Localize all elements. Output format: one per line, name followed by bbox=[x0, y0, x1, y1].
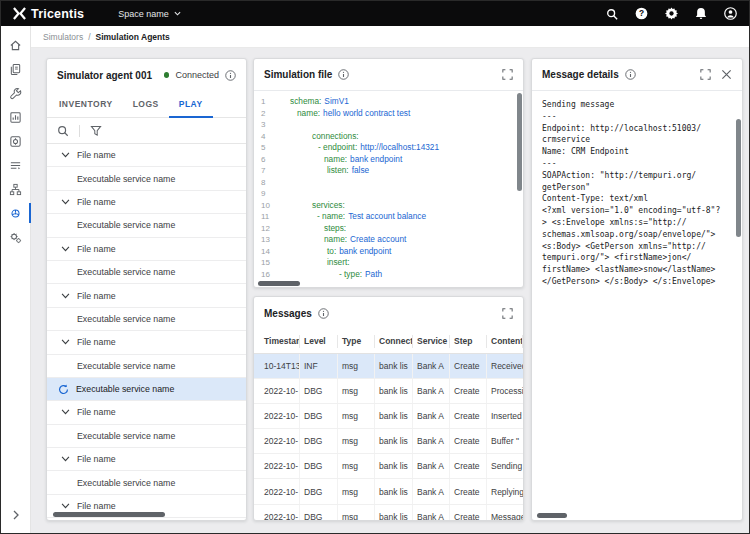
table-row[interactable]: 2022-10- DBG msg bank lis Bank A Create … bbox=[254, 429, 523, 454]
tree-row[interactable]: File name bbox=[47, 331, 246, 354]
topbar: Tricentis Space name ? bbox=[1, 1, 749, 26]
chevron-down-icon bbox=[61, 152, 70, 158]
messages-info-button[interactable] bbox=[318, 308, 329, 319]
space-selector[interactable]: Space name bbox=[118, 9, 181, 19]
cell-connection: bank lis bbox=[375, 379, 413, 403]
topbar-actions: ? bbox=[606, 7, 737, 20]
tree-row[interactable]: Executable service name bbox=[47, 261, 246, 284]
table-row[interactable]: 2022-10- DBG msg bank lis Bank A Create … bbox=[254, 404, 523, 429]
sidebar-item-reports[interactable] bbox=[1, 105, 31, 129]
message-details-info-button[interactable] bbox=[625, 69, 636, 80]
horizontal-scrollbar[interactable] bbox=[537, 513, 567, 518]
tree-row-label: Executable service name bbox=[77, 478, 175, 488]
tree-row[interactable]: File name bbox=[47, 191, 246, 214]
agent-panel-title: Simulator agent 001 bbox=[57, 70, 152, 81]
cell-connection: bank lis bbox=[375, 354, 413, 378]
sidebar-item-packages[interactable] bbox=[1, 129, 31, 153]
help-button[interactable]: ? bbox=[635, 7, 648, 20]
account-button[interactable] bbox=[724, 7, 737, 20]
line-number: 3 bbox=[254, 119, 285, 131]
sidebar-expand-button[interactable] bbox=[1, 503, 31, 527]
message-details-close-button[interactable] bbox=[721, 69, 732, 80]
cell-step: Create bbox=[450, 404, 487, 428]
sidebar-item-home[interactable] bbox=[1, 33, 31, 57]
sidebar-item-administration[interactable] bbox=[1, 225, 31, 249]
cell-type: msg bbox=[338, 379, 375, 403]
tree-row[interactable]: File name bbox=[47, 401, 246, 424]
tab[interactable]: PLAY bbox=[169, 91, 213, 117]
cell-timestamp: 2022-10- bbox=[254, 454, 300, 478]
files-icon bbox=[9, 63, 22, 76]
horizontal-scrollbar[interactable] bbox=[53, 512, 165, 517]
sidebar-item-tools[interactable] bbox=[1, 81, 31, 105]
tree-row[interactable]: File name bbox=[47, 448, 246, 471]
tree-row[interactable]: Executable service name bbox=[47, 167, 246, 190]
table-row[interactable]: 2022-10- DBG msg bank lis Bank A Create … bbox=[254, 479, 523, 504]
table-row[interactable]: 10-14T13: INF msg bank lis Bank A Create… bbox=[254, 354, 523, 379]
horizontal-scrollbar[interactable] bbox=[258, 281, 300, 286]
yaml-key: services: bbox=[312, 200, 345, 210]
status-badge: Connected bbox=[175, 70, 219, 80]
simulation-file-expand-button[interactable] bbox=[502, 69, 513, 80]
column-header: Connection bbox=[375, 335, 413, 348]
sidebar-item-simulation-agents[interactable] bbox=[1, 201, 31, 225]
line-number: 7 bbox=[254, 165, 285, 177]
yaml-key: - type: bbox=[339, 269, 362, 279]
tree-row[interactable]: File name bbox=[47, 238, 246, 261]
code-line: 12 steps: bbox=[254, 223, 523, 235]
tab[interactable]: INVENTORY bbox=[49, 91, 123, 117]
yaml-value: false bbox=[352, 165, 370, 175]
home-icon bbox=[9, 39, 22, 52]
table-row[interactable]: 2022-10- DBG msg bank lis Bank A Create … bbox=[254, 379, 523, 404]
tree-row[interactable]: File name bbox=[47, 284, 246, 307]
cell-type: msg bbox=[338, 505, 375, 520]
messages-expand-button[interactable] bbox=[502, 308, 513, 319]
vertical-scrollbar[interactable] bbox=[517, 93, 522, 191]
tree-row[interactable]: Executable service name bbox=[47, 378, 246, 401]
message-details-panel: Message details bbox=[531, 58, 743, 521]
chevron-down-icon bbox=[61, 246, 70, 252]
simulation-file-info-button[interactable] bbox=[338, 69, 349, 80]
sidebar-item-files[interactable] bbox=[1, 57, 31, 81]
cell-connection: bank lis bbox=[375, 454, 413, 478]
cell-service: Bank A bbox=[413, 479, 450, 503]
table-row[interactable]: 2022-10- DBG msg bank lis Bank A Create … bbox=[254, 454, 523, 479]
tab[interactable]: LOGS bbox=[123, 91, 169, 117]
cell-connection: bank lis bbox=[375, 404, 413, 428]
vertical-scrollbar[interactable] bbox=[736, 119, 741, 237]
sidebar-item-hierarchy[interactable] bbox=[1, 177, 31, 201]
tree-row[interactable]: Executable service name bbox=[47, 308, 246, 331]
agent-info-button[interactable] bbox=[225, 70, 236, 81]
code-viewer: 1 schema:SimV1 2 name:hello world contra… bbox=[254, 91, 523, 287]
tree-row[interactable]: Executable service name bbox=[47, 214, 246, 237]
notifications-button[interactable] bbox=[695, 7, 707, 20]
cell-level: DBG bbox=[300, 479, 338, 503]
tree-row-label: Executable service name bbox=[77, 174, 175, 184]
tree-row-label: File name bbox=[77, 291, 116, 301]
table-row[interactable]: 2022-10- DBG msg bank lis Bank A Create … bbox=[254, 505, 523, 520]
sidebar-item-lists[interactable] bbox=[1, 153, 31, 177]
status-dot bbox=[164, 72, 169, 78]
tab-label: INVENTORY bbox=[59, 99, 113, 109]
tree-filter-button[interactable] bbox=[90, 125, 102, 137]
svg-text:?: ? bbox=[639, 8, 644, 18]
tree-row[interactable]: Executable service name bbox=[47, 471, 246, 494]
code-line: 7 listen:false bbox=[254, 165, 523, 177]
tree-search-button[interactable] bbox=[57, 125, 69, 137]
line-number: 12 bbox=[254, 223, 285, 235]
tree-row[interactable]: File name bbox=[47, 144, 246, 167]
cell-type: msg bbox=[338, 404, 375, 428]
yaml-key: to: bbox=[327, 246, 336, 256]
message-details-expand-button[interactable] bbox=[700, 69, 711, 80]
breadcrumb-simulators[interactable]: Simulators bbox=[43, 32, 83, 42]
yaml-key: name: bbox=[324, 234, 347, 244]
cell-service: Bank A bbox=[413, 505, 450, 520]
settings-button[interactable] bbox=[665, 7, 678, 20]
yaml-value: Test account balance bbox=[348, 211, 426, 221]
info-icon bbox=[318, 308, 329, 319]
column-header: Type bbox=[338, 335, 375, 348]
tree-row[interactable]: Executable service name bbox=[47, 355, 246, 378]
brand-name: Tricentis bbox=[31, 7, 84, 21]
tree-row[interactable]: Executable service name bbox=[47, 425, 246, 448]
search-button[interactable] bbox=[606, 8, 618, 20]
